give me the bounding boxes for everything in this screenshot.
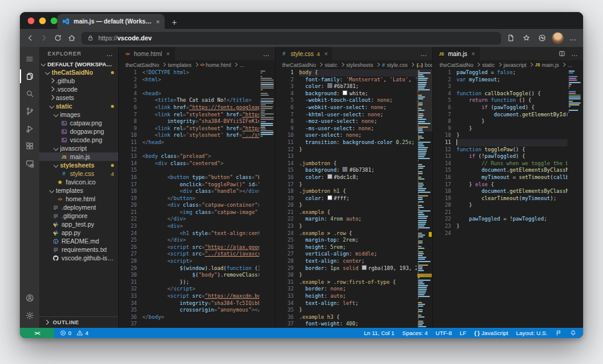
breadcrumb-item[interactable]: #style.css bbox=[382, 62, 408, 68]
status-item[interactable]: Ln 11, Col 1 bbox=[364, 330, 395, 336]
settings-gear-icon[interactable] bbox=[20, 307, 39, 324]
tab-close-icon[interactable]: × bbox=[472, 51, 475, 57]
tree-item[interactable]: assets bbox=[39, 93, 118, 102]
tree-item[interactable]: theCatSaidNo bbox=[39, 68, 118, 77]
status-problems[interactable]: 4 bbox=[77, 330, 88, 336]
breadcrumb-item[interactable]: templates bbox=[168, 62, 192, 68]
forward-icon[interactable] bbox=[40, 34, 48, 42]
sidebar-more-button[interactable]: … bbox=[106, 50, 113, 57]
tree-item[interactable]: DEFAULT (WORKSPACE) bbox=[39, 60, 118, 68]
favorites-icon[interactable] bbox=[522, 34, 531, 42]
address-bar[interactable]: https://vscode.dev bbox=[81, 32, 501, 45]
code-content[interactable]: body { font-family: 'Montserrat', 'Lato'… bbox=[299, 69, 417, 328]
code-line bbox=[456, 83, 567, 90]
editor-surface[interactable]: 123456789101112131415161718192021222324p… bbox=[433, 69, 583, 328]
extensions-icon[interactable] bbox=[20, 137, 39, 155]
minimap[interactable] bbox=[259, 69, 275, 328]
minimap[interactable] bbox=[417, 69, 432, 328]
code-content[interactable]: <!DOCTYPE html><html><head> <title>The C… bbox=[142, 69, 259, 328]
back-icon[interactable] bbox=[26, 34, 34, 42]
tree-item[interactable]: stylesheets bbox=[39, 161, 118, 169]
search-icon[interactable] bbox=[20, 85, 39, 102]
status-problems[interactable]: 0 bbox=[60, 330, 71, 336]
editor-tab-main-js[interactable]: JSmain.js× bbox=[433, 47, 481, 60]
status-item[interactable]: { }JavaScript bbox=[474, 330, 508, 336]
editor-tab-style-css[interactable]: #style.css4× bbox=[276, 47, 333, 60]
breadcrumb-item[interactable]: theCatSaidNo bbox=[125, 62, 159, 68]
tree-item[interactable]: favicon.ico bbox=[39, 178, 118, 186]
code-content[interactable]: pawToggled = false;var myTimeout;functio… bbox=[456, 69, 567, 328]
minimap-slider[interactable] bbox=[417, 69, 432, 131]
tree-item[interactable]: .gitignore bbox=[39, 212, 118, 220]
minimize-window-button[interactable] bbox=[39, 17, 46, 24]
status-item[interactable]: Layout: U.S. bbox=[516, 330, 548, 336]
tree-item[interactable]: README.md bbox=[39, 237, 118, 245]
remote-explorer-icon[interactable] bbox=[20, 155, 39, 172]
tree-item[interactable]: catpaw.png bbox=[39, 119, 118, 127]
tree-item[interactable]: static bbox=[39, 102, 118, 110]
breadcrumb-item[interactable]: ... bbox=[240, 62, 245, 68]
breadcrumb-item[interactable]: <>home.html bbox=[200, 62, 231, 68]
home-icon[interactable] bbox=[68, 34, 76, 42]
tree-item[interactable]: .deployment bbox=[39, 203, 118, 212]
tree-item[interactable]: .github bbox=[39, 77, 118, 85]
more-actions-icon[interactable]: … bbox=[571, 50, 578, 57]
breadcrumb-item[interactable]: ... bbox=[568, 62, 573, 68]
tree-item[interactable]: requirements.txt bbox=[39, 245, 118, 254]
account-icon[interactable] bbox=[20, 289, 39, 307]
breadcrumb-item[interactable]: static bbox=[482, 62, 495, 68]
explorer-icon[interactable] bbox=[20, 67, 39, 85]
breadcrumb-item[interactable]: JSmain.js bbox=[535, 62, 559, 68]
status-item[interactable] bbox=[570, 330, 576, 336]
tree-item[interactable]: app_test.py bbox=[39, 220, 118, 228]
tree-item[interactable]: vscode.github-issues bbox=[39, 254, 118, 262]
tab-close-icon[interactable]: × bbox=[324, 51, 328, 57]
status-item[interactable]: LF bbox=[459, 330, 466, 336]
tree-item[interactable]: dogpaw.png bbox=[39, 127, 118, 136]
outline-section-header[interactable]: OUTLINE bbox=[39, 316, 118, 328]
breadcrumb-item[interactable]: javascript bbox=[504, 62, 526, 68]
minimap-line bbox=[418, 156, 425, 157]
tree-item[interactable]: images bbox=[39, 110, 118, 119]
browser-essentials-icon[interactable] bbox=[538, 34, 546, 42]
status-item[interactable] bbox=[555, 330, 562, 336]
editor-surface[interactable]: 1234567891011121314151617181920212223242… bbox=[119, 69, 275, 328]
editor-surface[interactable]: 1234567891011121314151617181920212223242… bbox=[276, 69, 432, 328]
profile-avatar[interactable] bbox=[552, 32, 564, 44]
source-control-icon[interactable] bbox=[20, 102, 39, 120]
browser-tab[interactable]: main.js — default (Workspace) × bbox=[57, 14, 165, 29]
tab-close-icon[interactable]: × bbox=[166, 51, 170, 57]
tree-item[interactable]: #style.css4 bbox=[39, 169, 118, 178]
tree-item[interactable]: <>home.html bbox=[39, 195, 118, 203]
code-line: font-family: 'Montserrat', 'Lato', 'O bbox=[299, 77, 417, 84]
breadcrumb-item[interactable]: theCatSaidNo bbox=[440, 62, 473, 68]
tree-item[interactable]: vscode.png bbox=[39, 136, 118, 144]
tree-item[interactable]: app.py bbox=[39, 228, 118, 237]
breadcrumb-item[interactable]: {..}body bbox=[417, 62, 432, 68]
minimap-line bbox=[569, 82, 581, 83]
run-debug-icon[interactable] bbox=[20, 120, 39, 137]
browser-menu-button[interactable]: … bbox=[569, 34, 577, 42]
menu-icon[interactable] bbox=[20, 50, 39, 67]
breadcrumb-item[interactable]: stylesheets bbox=[346, 62, 373, 68]
status-item[interactable]: Spaces: 4 bbox=[402, 330, 428, 336]
remote-indicator[interactable]: >< bbox=[20, 328, 54, 338]
new-tab-button[interactable]: + bbox=[172, 18, 177, 27]
breadcrumb-item[interactable]: static bbox=[325, 62, 338, 68]
tree-item[interactable]: javascript bbox=[39, 144, 118, 152]
more-actions-icon[interactable]: … bbox=[420, 50, 427, 57]
close-window-button[interactable] bbox=[28, 17, 34, 24]
document-icon[interactable] bbox=[507, 34, 515, 42]
tab-close-icon[interactable]: × bbox=[156, 18, 160, 25]
zoom-window-button[interactable] bbox=[51, 17, 57, 24]
editor-tab-home-html[interactable]: <>home.html× bbox=[119, 47, 175, 60]
tree-item[interactable]: .vscode bbox=[39, 85, 118, 93]
breadcrumb-item[interactable]: theCatSaidNo bbox=[282, 62, 316, 68]
tree-item[interactable]: JSmain.js bbox=[39, 152, 118, 161]
split-editor-icon[interactable] bbox=[558, 50, 566, 57]
status-item[interactable]: UTF-8 bbox=[435, 330, 452, 336]
reload-icon[interactable] bbox=[54, 34, 62, 42]
tree-item[interactable]: templates bbox=[39, 186, 118, 195]
minimap[interactable] bbox=[567, 69, 583, 328]
more-actions-icon[interactable]: … bbox=[263, 50, 270, 57]
